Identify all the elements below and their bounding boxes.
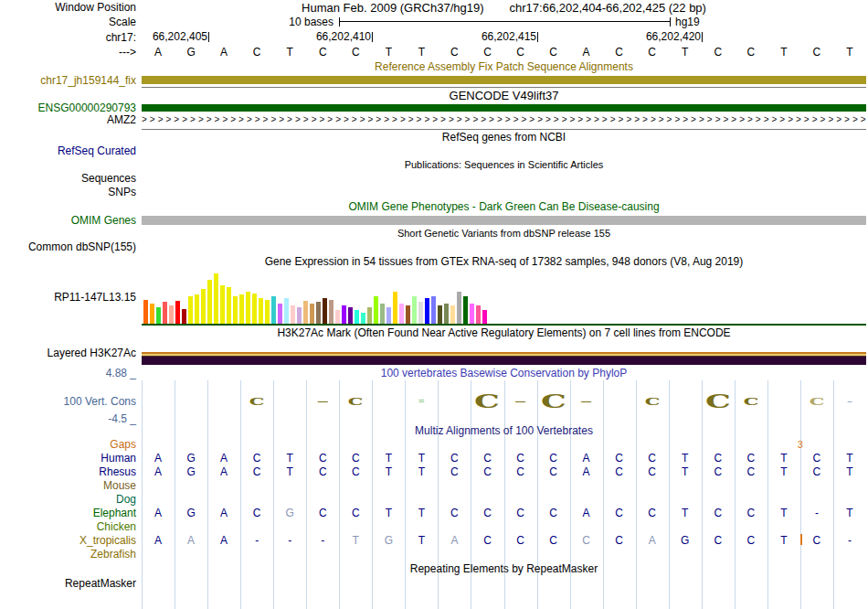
- reference-sequence-track[interactable]: AGACTCCTTCCCCACCTCCTCT: [142, 45, 866, 59]
- fix-patch-item[interactable]: [142, 76, 866, 84]
- omim-track: [142, 214, 866, 227]
- gtex-expression-bar[interactable]: [470, 304, 474, 324]
- gtex-expression-bar[interactable]: [431, 296, 436, 324]
- gtex-expression-bar[interactable]: [323, 298, 327, 324]
- gtex-expression-bar[interactable]: [457, 292, 461, 324]
- alignment-base: T: [767, 534, 800, 547]
- sequences-label[interactable]: Sequences: [0, 171, 142, 185]
- gtex-expression-bar[interactable]: [355, 310, 359, 324]
- gtex-expression-bar[interactable]: [310, 304, 314, 324]
- species-label[interactable]: Mouse: [0, 478, 142, 492]
- alignment-base: A: [570, 465, 603, 478]
- alignment-base: T: [669, 452, 702, 465]
- refseq-curated-label[interactable]: RefSeq Curated: [0, 144, 142, 158]
- gtex-expression-bar[interactable]: [233, 296, 238, 324]
- species-label[interactable]: Chicken: [0, 519, 142, 533]
- layered-h3k27ac-label[interactable]: Layered H3K27Ac: [0, 340, 142, 366]
- gtex-expression-bar[interactable]: [406, 305, 410, 324]
- phylop-conservation-track[interactable]: C—C=C—C—CCCC–: [142, 380, 866, 422]
- coordinates-row: chr17: 66,202,40566,202,41066,202,41566,…: [0, 29, 868, 45]
- common-dbsnp-label[interactable]: Common dbSNP(155): [0, 240, 142, 254]
- gtex-expression-bar[interactable]: [201, 289, 206, 324]
- gtex-expression-bar[interactable]: [329, 300, 333, 324]
- gtex-gene-label[interactable]: RP11-147L13.15: [0, 269, 142, 326]
- gtex-expression-bar[interactable]: [195, 294, 199, 324]
- conservation-glyph: —: [515, 395, 526, 408]
- gtex-expression-bar[interactable]: [425, 298, 429, 324]
- fix-patch-track-label[interactable]: chr17_jh159144_fix: [0, 73, 142, 87]
- gtex-expression-bar[interactable]: [252, 294, 257, 324]
- alignment-base: C: [504, 452, 537, 465]
- gene-intron-arrows[interactable]: >>>>>>>>>>>>>>>>>>>>>>>>>>>>>>>>>>>>>>>>…: [142, 113, 866, 126]
- gtex-expression-bar[interactable]: [374, 296, 378, 324]
- repeatmasker-header-row: Repeating Elements by RepeatMasker: [0, 561, 868, 576]
- gtex-expression-bar[interactable]: [303, 301, 308, 324]
- gtex-expression-bar[interactable]: [143, 300, 148, 324]
- repeatmasker-label[interactable]: RepeatMasker: [0, 576, 142, 591]
- gene-id-label[interactable]: ENSG00000290793: [0, 102, 142, 113]
- species-label[interactable]: Elephant: [0, 506, 142, 519]
- gtex-expression-bar[interactable]: [393, 292, 397, 324]
- gtex-expression-bar[interactable]: [463, 296, 468, 324]
- gtex-expression-bar[interactable]: [246, 292, 250, 324]
- gtex-expression-bar[interactable]: [163, 302, 167, 324]
- gene-exon-bar[interactable]: [142, 104, 866, 112]
- gtex-expression-bar[interactable]: [380, 304, 385, 324]
- gtex-expression-bar[interactable]: [412, 296, 417, 324]
- species-label[interactable]: X_tropicalis: [0, 533, 142, 547]
- gtex-expression-bar[interactable]: [220, 285, 225, 324]
- gtex-track-row: RP11-147L13.15: [0, 269, 868, 326]
- multiz-gaps-label[interactable]: Gaps: [0, 438, 142, 451]
- species-label[interactable]: Human: [0, 451, 142, 465]
- gtex-bar-chart[interactable]: [143, 273, 487, 324]
- gtex-expression-bar[interactable]: [399, 304, 404, 324]
- gtex-expression-bar[interactable]: [342, 305, 346, 324]
- gtex-expression-bar[interactable]: [386, 307, 391, 324]
- gtex-expression-bar[interactable]: [239, 294, 244, 324]
- gtex-expression-bar[interactable]: [265, 300, 270, 324]
- gtex-expression-bar[interactable]: [316, 302, 321, 324]
- gtex-expression-bar[interactable]: [182, 309, 186, 324]
- alignment-base: T: [833, 507, 866, 519]
- snps-label[interactable]: SNPs: [0, 185, 142, 199]
- species-label[interactable]: Dog: [0, 492, 142, 506]
- h3k27ac-signal-band[interactable]: [142, 352, 866, 365]
- species-label[interactable]: Rhesus: [0, 465, 142, 478]
- species-label[interactable]: Zebrafish: [0, 547, 142, 561]
- gtex-expression-bar[interactable]: [278, 304, 282, 324]
- gtex-expression-bar[interactable]: [284, 298, 289, 324]
- gtex-expression-bar[interactable]: [156, 307, 161, 324]
- gtex-expression-bar[interactable]: [259, 298, 263, 324]
- gtex-expression-bar[interactable]: [450, 305, 455, 324]
- gtex-expression-bar[interactable]: [169, 305, 174, 324]
- phylop-track-label[interactable]: 100 Vert. Cons: [64, 395, 136, 408]
- alignment-base: C: [735, 534, 767, 547]
- gtex-expression-bar[interactable]: [361, 313, 365, 324]
- species-alignment-track: AAA---TGTACCCCCAGCCTC-: [142, 533, 866, 547]
- omim-genes-label[interactable]: OMIM Genes: [0, 214, 142, 227]
- gtex-expression-bar[interactable]: [227, 287, 231, 324]
- gtex-expression-bar[interactable]: [476, 305, 481, 324]
- gtex-expression-bar[interactable]: [271, 296, 276, 324]
- gtex-expression-bar[interactable]: [175, 301, 180, 324]
- gtex-expression-bar[interactable]: [367, 307, 372, 324]
- gtex-expression-bar[interactable]: [207, 280, 212, 324]
- omim-gene-bar[interactable]: [142, 216, 866, 225]
- gtex-expression-bar[interactable]: [438, 305, 442, 324]
- gtex-expression-bar[interactable]: [418, 302, 423, 324]
- gtex-expression-bar[interactable]: [482, 310, 487, 324]
- gtex-expression-bar[interactable]: [291, 305, 295, 324]
- base-letter: C: [537, 46, 570, 59]
- gtex-expression-bar[interactable]: [297, 307, 302, 324]
- gtex-expression-bar[interactable]: [348, 307, 353, 324]
- gtex-expression-bar[interactable]: [444, 304, 449, 324]
- alignment-base: A: [207, 507, 240, 519]
- gene-name-label[interactable]: AMZ2: [0, 113, 142, 126]
- gtex-expression-bar[interactable]: [214, 273, 218, 324]
- alignment-base: A: [207, 465, 240, 478]
- gtex-expression-bar[interactable]: [150, 304, 154, 324]
- gtex-expression-bar[interactable]: [188, 296, 193, 324]
- gtex-expression-bar[interactable]: [335, 310, 340, 324]
- scale-track: 10 bases hg19: [142, 15, 866, 29]
- alignment-base: C: [471, 465, 503, 478]
